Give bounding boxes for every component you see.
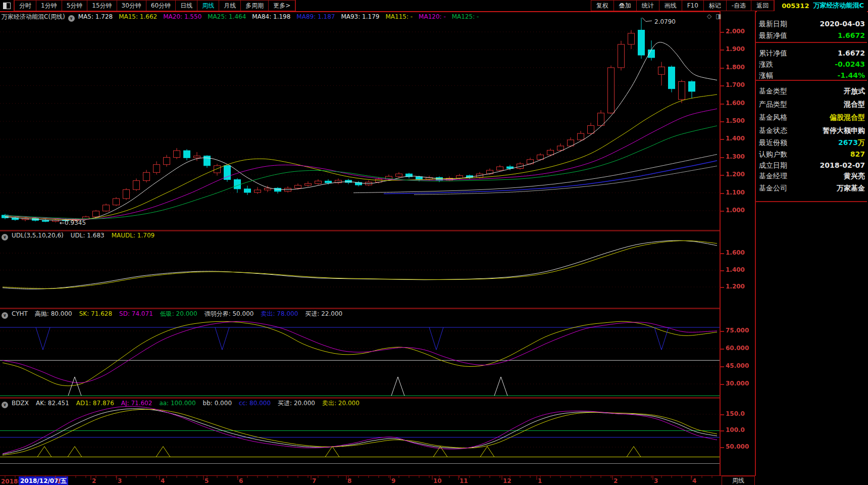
x-axis-month-label: 2 [614,477,618,484]
y-axis-tick [721,139,724,140]
indicator-value-label: CYHT [12,310,28,317]
period-tab-week[interactable]: 周线 [197,1,219,11]
window-layout-icon[interactable] [0,0,14,11]
x-axis-month-label: 11 [459,477,468,484]
y-axis-tick [721,121,724,122]
info-row-5: 基金类型开放式 [759,86,865,96]
chevron-down-icon[interactable]: ∨ [2,234,8,240]
candle-up [295,185,301,188]
ma-label: MA20: 1.550 [163,13,201,20]
period-tab-multi[interactable]: 多周期 [241,1,269,11]
candle-up [154,165,160,173]
info-row-12: 基金经理黄兴亮 [759,171,865,181]
indicator-value-label: UDL: 1.683 [71,232,105,239]
x-axis-month-label: 3 [654,477,658,484]
period-tabs: 分时1分钟5分钟15分钟30分钟60分钟日线周线月线多周期更多> [14,0,296,11]
period-tab-month[interactable]: 月线 [219,1,241,11]
toolbar-button-mark[interactable]: 标记 [704,1,727,11]
y-axis-tick [721,50,724,51]
x-axis-month-label: 8 [347,477,351,484]
period-tab-60min[interactable]: 60分钟 [146,1,176,11]
toolbar-button-f10[interactable]: F10 [682,1,704,11]
y-axis-label: 75.000 [726,327,749,334]
chevron-down-icon[interactable]: ∨ [2,402,8,408]
series-AK [3,409,717,454]
candle-down [184,151,190,158]
date-axis: 2018年 2018/12/07/五 1234567891011121234 [0,475,756,485]
y-axis-label: 1.400 [726,266,745,273]
info-value: 黄兴亮 [844,171,865,181]
signal-marker [68,447,82,457]
split-window-icon[interactable]: ◨ [716,13,721,20]
signal-marker [627,447,641,457]
window-layout-icon-glyph [3,3,11,9]
series-SK [3,321,717,386]
period-tab-1min[interactable]: 1分钟 [36,1,62,11]
ma-label: MA115: - [385,13,413,20]
info-value: 暂停大额申购 [823,125,865,135]
candle-up [497,167,503,170]
period-tab-5min[interactable]: 5分钟 [62,1,88,11]
chevron-down-icon[interactable]: ∨ [68,15,75,22]
candle-up [578,133,584,140]
candle-up [608,68,615,113]
toolbar-button-back[interactable]: 返回 [751,1,774,11]
y-axis-label: 30.000 [726,380,749,387]
info-row-0: 最新日期2020-04-03 [759,19,865,29]
main-candlestick-plot[interactable]: 2.0790←0.9345 [0,11,720,230]
x-axis-month-label: 1 [538,477,542,484]
indicator-value-label: BDZX [12,400,29,407]
toolbar-button-overlay[interactable]: 叠加 [614,1,637,11]
info-row-9: 最近份额万2673 [759,137,865,148]
candle-down [416,177,423,179]
candle-up [214,166,221,173]
info-row-13: 基金公司万家基金 [759,183,865,193]
candle-down [669,67,675,88]
price-annotation: ←0.9345 [60,219,86,226]
candle-down [345,180,352,182]
period-tab-day[interactable]: 日线 [176,1,197,11]
signal-marker [215,327,229,350]
y-axis-label: 1.600 [726,249,745,256]
y-axis-label: 1.700 [726,81,745,88]
toolbar-button-drawline[interactable]: 画线 [659,1,682,11]
y-axis-tick [721,85,724,86]
indicator-value-label: AK: 82.451 [36,400,69,407]
period-tab-15min[interactable]: 15分钟 [87,1,117,11]
info-value: -0.0243 [835,59,865,69]
period-tab-30min[interactable]: 30分钟 [117,1,146,11]
info-row-10: 认购户数827 [759,149,865,159]
y-axis-tick [721,193,724,194]
candle-up [618,44,625,68]
indicator-value-label: SK: 71.628 [79,310,112,317]
period-label[interactable]: 周线 [722,476,755,485]
candle-up [133,181,140,190]
y-axis-label: 150.0 [726,410,745,417]
x-axis-month-label: 9 [391,477,395,484]
fund-info-panel: 最新日期2020-04-03最新净值1.6672累计净值1.6672涨跌-0.0… [757,11,867,485]
cyht-plot[interactable] [0,308,720,398]
period-tab-more[interactable]: 更多> [269,1,295,11]
signal-marker [325,447,339,457]
udl-plot[interactable] [0,230,720,308]
candle-down [204,156,211,166]
toolbar-button-favorite[interactable]: -自选 [727,1,751,11]
candle-up [456,176,463,178]
bdzx-plot[interactable] [0,398,720,475]
info-divider [755,80,867,81]
pane-divider-3 [0,397,756,399]
chevron-down-icon[interactable]: ∨ [2,312,8,319]
right-toolbar-buttons: 复权叠加统计画线F10标记-自选返回 [591,0,775,11]
main-chart-header: 万家经济动能混C(周线)∨MA5: 1.728MA15: 1.662MA20: … [2,13,485,21]
toolbar-button-stats[interactable]: 统计 [637,1,659,11]
diamond-icon[interactable]: ◇ [707,13,711,20]
period-tab-time[interactable]: 分时 [15,1,36,11]
info-value: 2673 [838,137,858,148]
series-AD1 [3,409,717,455]
candle-up [547,150,554,155]
toolbar-button-fuquan[interactable]: 复权 [591,1,614,11]
y-axis-label: 1.900 [726,45,745,53]
signal-marker [68,377,81,396]
candle-up [658,67,665,74]
info-row-3: 涨跌-0.0243 [759,59,865,69]
